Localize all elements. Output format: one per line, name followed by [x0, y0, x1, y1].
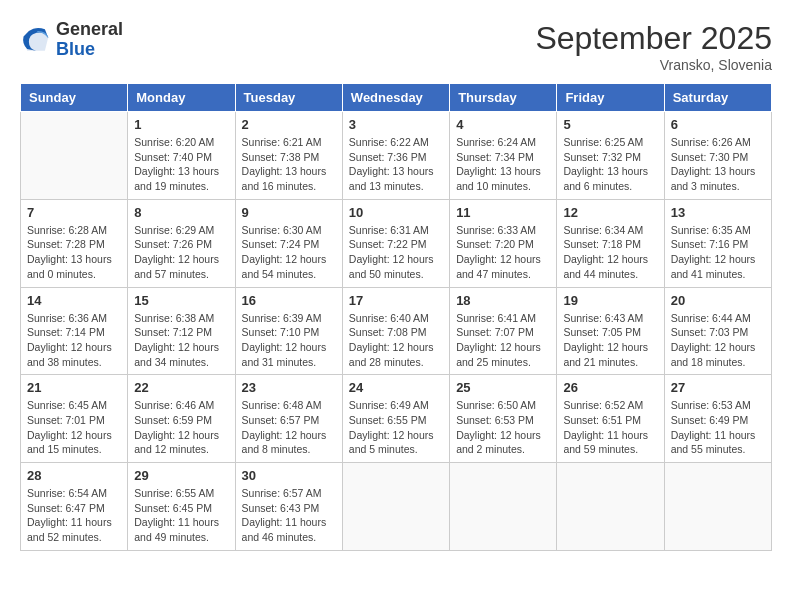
weekday-header-sunday: Sunday	[21, 84, 128, 112]
day-info: Sunrise: 6:45 AMSunset: 7:01 PMDaylight:…	[27, 398, 121, 457]
day-info: Sunrise: 6:40 AMSunset: 7:08 PMDaylight:…	[349, 311, 443, 370]
calendar-cell: 26Sunrise: 6:52 AMSunset: 6:51 PMDayligh…	[557, 375, 664, 463]
day-number: 16	[242, 293, 336, 308]
calendar-cell: 13Sunrise: 6:35 AMSunset: 7:16 PMDayligh…	[664, 199, 771, 287]
day-info: Sunrise: 6:25 AMSunset: 7:32 PMDaylight:…	[563, 135, 657, 194]
day-number: 6	[671, 117, 765, 132]
day-info: Sunrise: 6:50 AMSunset: 6:53 PMDaylight:…	[456, 398, 550, 457]
day-number: 18	[456, 293, 550, 308]
day-number: 29	[134, 468, 228, 483]
weekday-header-friday: Friday	[557, 84, 664, 112]
day-info: Sunrise: 6:54 AMSunset: 6:47 PMDaylight:…	[27, 486, 121, 545]
calendar-cell: 14Sunrise: 6:36 AMSunset: 7:14 PMDayligh…	[21, 287, 128, 375]
day-info: Sunrise: 6:34 AMSunset: 7:18 PMDaylight:…	[563, 223, 657, 282]
logo: General Blue	[20, 20, 123, 60]
day-info: Sunrise: 6:39 AMSunset: 7:10 PMDaylight:…	[242, 311, 336, 370]
day-info: Sunrise: 6:29 AMSunset: 7:26 PMDaylight:…	[134, 223, 228, 282]
calendar-cell: 11Sunrise: 6:33 AMSunset: 7:20 PMDayligh…	[450, 199, 557, 287]
day-info: Sunrise: 6:28 AMSunset: 7:28 PMDaylight:…	[27, 223, 121, 282]
day-number: 1	[134, 117, 228, 132]
month-title: September 2025	[535, 20, 772, 57]
calendar-cell: 28Sunrise: 6:54 AMSunset: 6:47 PMDayligh…	[21, 463, 128, 551]
day-info: Sunrise: 6:35 AMSunset: 7:16 PMDaylight:…	[671, 223, 765, 282]
day-number: 12	[563, 205, 657, 220]
week-row-4: 21Sunrise: 6:45 AMSunset: 7:01 PMDayligh…	[21, 375, 772, 463]
weekday-header-wednesday: Wednesday	[342, 84, 449, 112]
day-number: 13	[671, 205, 765, 220]
day-number: 4	[456, 117, 550, 132]
day-number: 7	[27, 205, 121, 220]
location-text: Vransko, Slovenia	[535, 57, 772, 73]
calendar-cell: 16Sunrise: 6:39 AMSunset: 7:10 PMDayligh…	[235, 287, 342, 375]
day-info: Sunrise: 6:48 AMSunset: 6:57 PMDaylight:…	[242, 398, 336, 457]
calendar-cell: 8Sunrise: 6:29 AMSunset: 7:26 PMDaylight…	[128, 199, 235, 287]
day-info: Sunrise: 6:55 AMSunset: 6:45 PMDaylight:…	[134, 486, 228, 545]
day-info: Sunrise: 6:49 AMSunset: 6:55 PMDaylight:…	[349, 398, 443, 457]
day-info: Sunrise: 6:21 AMSunset: 7:38 PMDaylight:…	[242, 135, 336, 194]
day-number: 25	[456, 380, 550, 395]
day-number: 15	[134, 293, 228, 308]
day-number: 24	[349, 380, 443, 395]
calendar-cell: 30Sunrise: 6:57 AMSunset: 6:43 PMDayligh…	[235, 463, 342, 551]
day-number: 26	[563, 380, 657, 395]
day-number: 22	[134, 380, 228, 395]
day-info: Sunrise: 6:20 AMSunset: 7:40 PMDaylight:…	[134, 135, 228, 194]
day-number: 23	[242, 380, 336, 395]
calendar-table: SundayMondayTuesdayWednesdayThursdayFrid…	[20, 83, 772, 551]
day-number: 28	[27, 468, 121, 483]
calendar-cell: 3Sunrise: 6:22 AMSunset: 7:36 PMDaylight…	[342, 112, 449, 200]
calendar-cell	[450, 463, 557, 551]
calendar-cell: 23Sunrise: 6:48 AMSunset: 6:57 PMDayligh…	[235, 375, 342, 463]
title-area: September 2025 Vransko, Slovenia	[535, 20, 772, 73]
logo-text: General Blue	[56, 20, 123, 60]
day-number: 21	[27, 380, 121, 395]
weekday-header-tuesday: Tuesday	[235, 84, 342, 112]
day-info: Sunrise: 6:31 AMSunset: 7:22 PMDaylight:…	[349, 223, 443, 282]
calendar-cell: 29Sunrise: 6:55 AMSunset: 6:45 PMDayligh…	[128, 463, 235, 551]
day-info: Sunrise: 6:36 AMSunset: 7:14 PMDaylight:…	[27, 311, 121, 370]
day-number: 2	[242, 117, 336, 132]
day-info: Sunrise: 6:52 AMSunset: 6:51 PMDaylight:…	[563, 398, 657, 457]
calendar-cell: 25Sunrise: 6:50 AMSunset: 6:53 PMDayligh…	[450, 375, 557, 463]
day-number: 17	[349, 293, 443, 308]
calendar-cell: 24Sunrise: 6:49 AMSunset: 6:55 PMDayligh…	[342, 375, 449, 463]
day-number: 5	[563, 117, 657, 132]
weekday-header-thursday: Thursday	[450, 84, 557, 112]
day-info: Sunrise: 6:24 AMSunset: 7:34 PMDaylight:…	[456, 135, 550, 194]
week-row-3: 14Sunrise: 6:36 AMSunset: 7:14 PMDayligh…	[21, 287, 772, 375]
day-number: 30	[242, 468, 336, 483]
day-number: 19	[563, 293, 657, 308]
calendar-cell: 18Sunrise: 6:41 AMSunset: 7:07 PMDayligh…	[450, 287, 557, 375]
day-number: 11	[456, 205, 550, 220]
calendar-cell: 4Sunrise: 6:24 AMSunset: 7:34 PMDaylight…	[450, 112, 557, 200]
logo-general-text: General	[56, 20, 123, 40]
calendar-cell: 21Sunrise: 6:45 AMSunset: 7:01 PMDayligh…	[21, 375, 128, 463]
calendar-cell: 10Sunrise: 6:31 AMSunset: 7:22 PMDayligh…	[342, 199, 449, 287]
calendar-cell	[342, 463, 449, 551]
day-info: Sunrise: 6:33 AMSunset: 7:20 PMDaylight:…	[456, 223, 550, 282]
calendar-cell: 15Sunrise: 6:38 AMSunset: 7:12 PMDayligh…	[128, 287, 235, 375]
calendar-cell	[557, 463, 664, 551]
day-number: 20	[671, 293, 765, 308]
day-info: Sunrise: 6:44 AMSunset: 7:03 PMDaylight:…	[671, 311, 765, 370]
calendar-cell: 12Sunrise: 6:34 AMSunset: 7:18 PMDayligh…	[557, 199, 664, 287]
day-number: 10	[349, 205, 443, 220]
day-number: 3	[349, 117, 443, 132]
calendar-cell: 22Sunrise: 6:46 AMSunset: 6:59 PMDayligh…	[128, 375, 235, 463]
day-info: Sunrise: 6:43 AMSunset: 7:05 PMDaylight:…	[563, 311, 657, 370]
day-info: Sunrise: 6:57 AMSunset: 6:43 PMDaylight:…	[242, 486, 336, 545]
weekday-header-monday: Monday	[128, 84, 235, 112]
week-row-2: 7Sunrise: 6:28 AMSunset: 7:28 PMDaylight…	[21, 199, 772, 287]
day-info: Sunrise: 6:41 AMSunset: 7:07 PMDaylight:…	[456, 311, 550, 370]
calendar-cell: 17Sunrise: 6:40 AMSunset: 7:08 PMDayligh…	[342, 287, 449, 375]
calendar-cell: 19Sunrise: 6:43 AMSunset: 7:05 PMDayligh…	[557, 287, 664, 375]
calendar-cell: 6Sunrise: 6:26 AMSunset: 7:30 PMDaylight…	[664, 112, 771, 200]
day-info: Sunrise: 6:26 AMSunset: 7:30 PMDaylight:…	[671, 135, 765, 194]
calendar-cell: 5Sunrise: 6:25 AMSunset: 7:32 PMDaylight…	[557, 112, 664, 200]
day-info: Sunrise: 6:30 AMSunset: 7:24 PMDaylight:…	[242, 223, 336, 282]
calendar-cell: 2Sunrise: 6:21 AMSunset: 7:38 PMDaylight…	[235, 112, 342, 200]
calendar-cell	[664, 463, 771, 551]
day-info: Sunrise: 6:22 AMSunset: 7:36 PMDaylight:…	[349, 135, 443, 194]
page-header: General Blue September 2025 Vransko, Slo…	[20, 20, 772, 73]
day-number: 27	[671, 380, 765, 395]
